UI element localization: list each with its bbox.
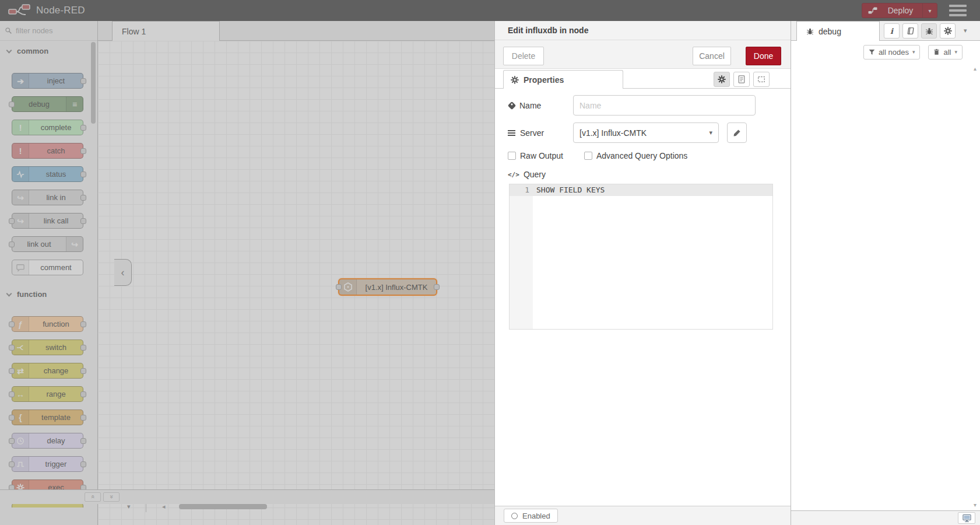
name-row: Name: [508, 95, 791, 116]
book-icon: [907, 27, 915, 35]
sidebar-debug-button[interactable]: [921, 23, 937, 38]
chevron-down-icon: [6, 47, 12, 53]
sidebar-info-button[interactable]: i: [884, 23, 900, 38]
palette-node-switch[interactable]: switch: [12, 340, 83, 355]
palette-collapse-handle[interactable]: [114, 259, 132, 286]
complete-icon: !: [12, 120, 29, 135]
palette-node-debug[interactable]: ≡debug: [12, 96, 83, 112]
switch-icon: [12, 340, 29, 355]
filter-nodes-button[interactable]: all nodes: [863, 45, 921, 60]
palette-node-label: catch: [29, 144, 83, 158]
debug-toolbar: all nodes all: [791, 41, 980, 63]
filter-nodes-label: all nodes: [879, 48, 909, 57]
palette-category-function[interactable]: function: [0, 284, 97, 304]
raw-output-checkbox[interactable]: [508, 152, 516, 160]
palette-search[interactable]: [0, 21, 97, 41]
palette-node-catch[interactable]: !catch: [12, 143, 83, 159]
edit-node-tray: Edit influxdb in node Delete Cancel Done…: [494, 21, 791, 525]
node-input-port[interactable]: [336, 284, 342, 290]
server-select[interactable]: [v1.x] Influx-CMTK: [573, 123, 719, 143]
sidebar-config-button[interactable]: [940, 23, 956, 38]
palette-node-change[interactable]: ⇄change: [12, 363, 83, 379]
inject-icon: ➔: [12, 74, 29, 88]
main-menu-button[interactable]: [949, 5, 967, 16]
node-input-port: [9, 461, 15, 467]
palette-node-label: link call: [29, 214, 83, 228]
hamburger-icon: [949, 5, 967, 7]
debug-messages-panel[interactable]: [791, 63, 980, 510]
node-output-port: [80, 368, 86, 374]
node-output-port: [80, 391, 86, 397]
horizontal-scrollbar-thumb[interactable]: [179, 504, 267, 509]
deploy-label: Deploy: [882, 6, 919, 15]
flow-canvas[interactable]: Flow 1 [v1.x] Influx-CMTK: [98, 21, 494, 525]
influxdb-in-node[interactable]: [v1.x] Influx-CMTK: [338, 278, 437, 296]
document-icon: [737, 75, 746, 83]
node-output-port: [80, 148, 86, 154]
tab-flow-1[interactable]: Flow 1: [112, 21, 220, 41]
server-row: Server [v1.x] Influx-CMTK: [508, 123, 791, 143]
properties-tab-label: Properties: [524, 75, 564, 85]
palette-node-delay[interactable]: delay: [12, 433, 83, 449]
sidebar-help-button[interactable]: [902, 23, 918, 38]
sidebar-tabs-menu-icon[interactable]: [964, 27, 967, 34]
scroll-down-icon[interactable]: [974, 502, 977, 508]
advanced-query-checkbox[interactable]: [584, 152, 592, 160]
palette-node-link-call[interactable]: ↪link call: [12, 213, 83, 229]
palette-category-common[interactable]: common: [0, 41, 97, 61]
tab-properties[interactable]: Properties: [503, 70, 623, 89]
node-output-port: [80, 195, 86, 201]
palette-node-function[interactable]: ƒfunction: [12, 316, 83, 332]
edit-properties-button[interactable]: [714, 72, 730, 87]
palette-filter-input[interactable]: [16, 26, 80, 35]
palette-node-range[interactable]: ↔range: [12, 386, 83, 402]
palette-node-label: debug: [12, 97, 66, 111]
app-header: Node-RED Deploy: [0, 0, 980, 21]
palette-node-list: ➔inject≡debug!complete!catchstatus↪link …: [0, 61, 97, 284]
open-debug-window-button[interactable]: [958, 512, 975, 524]
palette-scrollbar-thumb[interactable]: [91, 42, 96, 124]
palette-node-status[interactable]: status: [12, 166, 83, 182]
flow-tab-bar: Flow 1: [98, 21, 494, 41]
chevron-left-icon: [121, 267, 125, 279]
palette-node-complete[interactable]: !complete: [12, 120, 83, 135]
node-output-port: [80, 438, 86, 444]
funnel-icon: [869, 49, 875, 55]
palette-node-trigger[interactable]: trigger: [12, 456, 83, 472]
done-button[interactable]: Done: [746, 47, 781, 65]
node-output-port: [80, 78, 86, 84]
link-call-icon: ↪: [12, 214, 29, 228]
description-button[interactable]: [733, 72, 750, 87]
chevron-down-icon: [709, 129, 712, 136]
clear-messages-label: all: [943, 48, 951, 57]
palette-node-link-out[interactable]: ↪link out: [12, 236, 83, 252]
clear-messages-button[interactable]: all: [928, 45, 963, 60]
deploy-button[interactable]: Deploy: [862, 3, 937, 18]
query-code-editor[interactable]: 1 SHOW FIELD KEYS: [509, 184, 773, 330]
node-output-port[interactable]: [434, 284, 440, 290]
tab-debug[interactable]: debug: [796, 21, 880, 41]
palette-node-template[interactable]: {template: [12, 410, 83, 425]
workspace-footer: [0, 489, 494, 504]
scroll-up-icon[interactable]: [974, 65, 977, 72]
node-enabled-toggle[interactable]: Enabled: [504, 509, 558, 523]
appearance-button[interactable]: [753, 72, 770, 87]
query-label: Query: [524, 170, 546, 179]
deploy-options-caret-icon[interactable]: [923, 8, 937, 14]
deploy-icon: [868, 6, 877, 15]
palette-node-link-in[interactable]: ↪link in: [12, 190, 83, 205]
palette-node-label: function: [29, 317, 83, 331]
chevron-down-icon: [954, 49, 957, 55]
editor-line-number: 1: [510, 186, 529, 194]
delete-button[interactable]: Delete: [503, 47, 544, 65]
monitor-icon: [963, 514, 971, 523]
expand-categories-button[interactable]: [103, 492, 120, 502]
palette-node-inject[interactable]: ➔inject: [12, 73, 83, 89]
name-input[interactable]: [573, 95, 756, 116]
node-input-port: [9, 102, 15, 107]
collapse-categories-button[interactable]: [85, 492, 101, 502]
palette-node-comment[interactable]: comment: [12, 260, 83, 275]
cancel-button[interactable]: Cancel: [693, 47, 731, 65]
chevron-down-icon: [6, 290, 12, 296]
edit-server-button[interactable]: [727, 123, 747, 143]
